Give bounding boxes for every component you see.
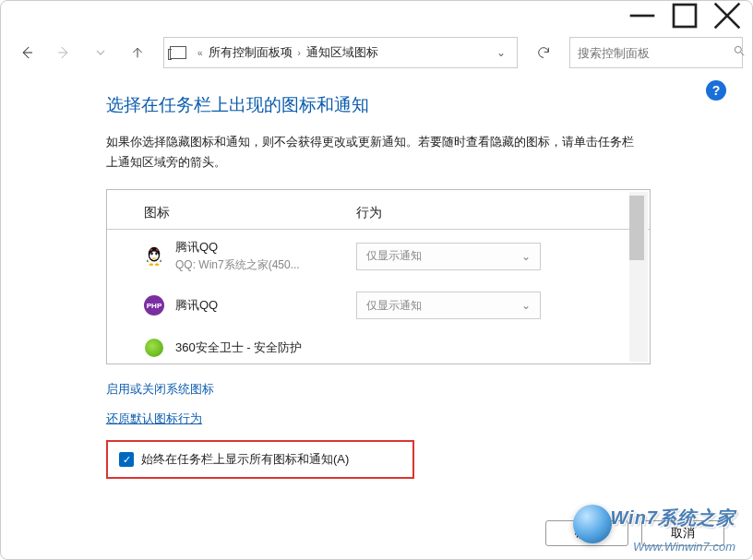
help-icon[interactable]: ? xyxy=(706,80,726,101)
address-dropdown-icon[interactable]: ⌄ xyxy=(491,46,511,59)
titlebar xyxy=(1,1,752,30)
control-panel-icon xyxy=(170,46,186,59)
always-show-highlight: ✓ 始终在任务栏上显示所有图标和通知(A) xyxy=(106,440,414,479)
search-input[interactable] xyxy=(578,46,733,60)
back-button[interactable] xyxy=(10,36,43,69)
list-header: 图标 行为 xyxy=(107,190,650,230)
svg-point-6 xyxy=(735,46,741,53)
svg-point-10 xyxy=(151,252,153,255)
column-behavior: 行为 xyxy=(356,205,613,221)
app-name: 360安全卫士 - 安全防护 xyxy=(175,340,356,356)
minimize-button[interactable] xyxy=(621,1,663,30)
address-bar[interactable]: « 所有控制面板项 › 通知区域图标 ⌄ xyxy=(163,37,518,68)
toolbar: « 所有控制面板项 › 通知区域图标 ⌄ xyxy=(1,30,752,75)
cancel-button[interactable]: 取消 xyxy=(641,520,724,546)
control-panel-window: « 所有控制面板项 › 通知区域图标 ⌄ ? 选择在任务栏上出现的图标和通知 如… xyxy=(0,0,753,560)
list-item: 腾讯QQ QQ: Win7系统之家(450... 仅显示通知 ⌄ xyxy=(107,230,650,282)
page-title: 选择在任务栏上出现的图标和通知 xyxy=(106,93,719,117)
forward-button[interactable] xyxy=(47,36,80,69)
svg-rect-1 xyxy=(674,5,696,27)
svg-point-12 xyxy=(149,263,154,266)
app-subtitle: QQ: Win7系统之家(450... xyxy=(175,257,356,273)
restore-default-link[interactable]: 还原默认图标行为 xyxy=(106,411,719,427)
dialog-footer: 确定 取消 xyxy=(545,520,724,546)
page-description: 如果你选择隐藏图标和通知，则不会获得更改或更新通知。若要随时查看隐藏的图标，请单… xyxy=(106,132,641,173)
notification-icons-list: 图标 行为 腾讯QQ QQ: Win7系统之家(450... 仅显示通知 ⌄ xyxy=(106,189,651,364)
up-button[interactable] xyxy=(121,36,154,69)
search-box[interactable] xyxy=(569,37,743,68)
content-area: ? 选择在任务栏上出现的图标和通知 如果你选择隐藏图标和通知，则不会获得更改或更… xyxy=(1,75,752,559)
column-icon: 图标 xyxy=(144,205,356,221)
breadcrumb-current[interactable]: 通知区域图标 xyxy=(306,44,378,61)
qq-icon xyxy=(144,246,164,267)
list-item: 360安全卫士 - 安全防护 xyxy=(107,328,650,358)
toggle-system-icons-link[interactable]: 启用或关闭系统图标 xyxy=(106,381,719,398)
behavior-select[interactable]: 仅显示通知 ⌄ xyxy=(356,292,541,319)
360-safe-icon xyxy=(144,338,164,358)
scrollbar-track[interactable] xyxy=(629,192,648,362)
app-name: 腾讯QQ xyxy=(175,239,356,256)
chevron-down-icon: ⌄ xyxy=(521,250,531,263)
behavior-value: 仅显示通知 xyxy=(366,248,422,264)
svg-line-7 xyxy=(741,53,745,56)
breadcrumb-parent[interactable]: 所有控制面板项 xyxy=(209,44,293,61)
history-dropdown-button[interactable] xyxy=(84,36,117,69)
behavior-value: 仅显示通知 xyxy=(366,298,422,314)
svg-point-11 xyxy=(155,252,157,255)
svg-point-13 xyxy=(155,263,160,266)
breadcrumb-chevron-icon: « xyxy=(197,48,203,58)
app-name: 腾讯QQ xyxy=(175,297,356,314)
behavior-select[interactable]: 仅显示通知 ⌄ xyxy=(356,243,541,270)
scrollbar-thumb[interactable] xyxy=(629,196,644,260)
php-icon: PHP xyxy=(144,295,164,316)
close-button[interactable] xyxy=(706,1,748,30)
chevron-down-icon: ⌄ xyxy=(521,299,531,312)
always-show-checkbox[interactable]: ✓ xyxy=(119,452,134,467)
always-show-label: 始终在任务栏上显示所有图标和通知(A) xyxy=(141,451,349,468)
breadcrumb-chevron-icon: › xyxy=(298,48,301,58)
refresh-button[interactable] xyxy=(527,37,560,68)
search-icon[interactable] xyxy=(733,44,746,61)
maximize-button[interactable] xyxy=(663,1,706,30)
ok-button[interactable]: 确定 xyxy=(545,520,628,546)
list-item: PHP 腾讯QQ 仅显示通知 ⌄ xyxy=(107,282,650,328)
